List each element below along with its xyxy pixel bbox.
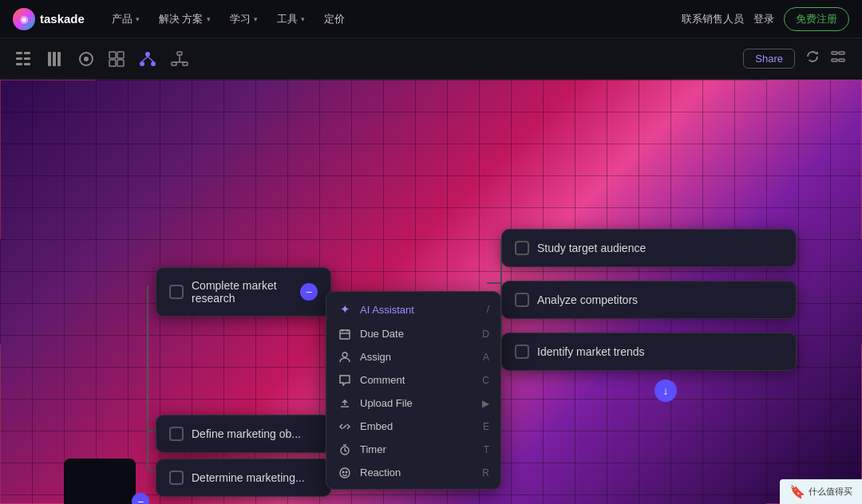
svg-rect-1 <box>16 57 22 60</box>
settings-icon[interactable] <box>830 49 846 69</box>
right-task-node-2[interactable]: Analyze competitors <box>501 281 797 319</box>
task-label: Complete market research <box>192 279 292 305</box>
logo[interactable]: ◉ taskade <box>13 8 85 30</box>
right-task-node-1[interactable]: Study target audience <box>501 229 797 267</box>
svg-rect-11 <box>109 52 116 58</box>
svg-point-47 <box>342 471 344 473</box>
upload-icon <box>338 398 352 409</box>
timer-icon <box>338 444 352 455</box>
nav-solutions[interactable]: 解决 方案 ▾ <box>151 9 219 30</box>
task-checkbox-1[interactable] <box>515 241 529 255</box>
svg-point-17 <box>151 61 156 66</box>
task-checkbox-3[interactable] <box>515 345 529 359</box>
chevron-down-icon: ▾ <box>254 15 258 23</box>
due-date-icon <box>338 329 352 340</box>
task-label-l1: Define marketing ob... <box>192 427 318 440</box>
nav-tools[interactable]: 工具 ▾ <box>269 9 313 30</box>
svg-line-18 <box>142 57 148 61</box>
svg-rect-28 <box>839 59 844 61</box>
svg-rect-0 <box>16 52 22 54</box>
watermark: 🔖 什么值得买 <box>780 479 862 504</box>
chevron-down-icon: ▾ <box>136 15 140 23</box>
context-menu: ✦ AI Assistant / Due Date D Assign A Com… <box>326 291 501 490</box>
task-checkbox-l2[interactable] <box>169 471 184 485</box>
main-task-node[interactable]: Complete market research − <box>156 267 331 317</box>
share-button[interactable]: Share <box>743 49 795 69</box>
network-view-icon[interactable] <box>139 51 156 67</box>
menu-label-assign: Assign <box>360 351 475 363</box>
menu-item-comment[interactable]: Comment C <box>326 368 500 392</box>
columns-view-icon[interactable] <box>48 52 64 66</box>
collapsed-node-block <box>64 459 136 504</box>
circle-view-icon[interactable] <box>78 51 94 67</box>
org-chart-view-icon[interactable] <box>171 51 188 67</box>
menu-shortcut-assign: A <box>483 352 489 363</box>
lower-task-node-2[interactable]: Determine marketing... <box>156 459 331 497</box>
svg-line-43 <box>343 425 346 428</box>
svg-rect-38 <box>340 330 350 339</box>
menu-item-assign[interactable]: Assign A <box>326 345 500 368</box>
collapse-button[interactable]: − <box>300 283 318 301</box>
svg-point-10 <box>84 57 89 61</box>
menu-shortcut-ai: / <box>487 304 489 315</box>
svg-rect-26 <box>839 52 844 54</box>
toolbar-view-icons <box>16 51 188 67</box>
nav-pricing[interactable]: 定价 <box>316 9 353 30</box>
menu-label-timer: Timer <box>360 443 476 455</box>
watermark-text: 什么值得买 <box>809 486 852 498</box>
svg-line-19 <box>148 57 153 61</box>
svg-rect-6 <box>48 52 51 66</box>
svg-rect-20 <box>177 52 182 55</box>
expand-down-button[interactable]: ↓ <box>654 380 677 402</box>
task-label-1: Study target audience <box>537 242 783 254</box>
refresh-icon[interactable] <box>805 49 820 69</box>
canvas-area: Complete market research − ✦ AI Assistan… <box>0 80 862 504</box>
signup-button[interactable]: 免费注册 <box>784 7 849 31</box>
comment-icon <box>338 375 352 386</box>
contact-sales-link[interactable]: 联系销售人员 <box>682 12 744 26</box>
menu-shortcut-embed: E <box>483 421 489 432</box>
task-label-3: Identify market trends <box>537 345 783 358</box>
ai-assistant-icon: ✦ <box>338 302 352 317</box>
logo-text: taskade <box>40 12 85 26</box>
task-checkbox[interactable] <box>169 285 184 299</box>
toolbar: Share <box>0 38 862 80</box>
assign-icon <box>338 352 352 363</box>
collapse-left-button[interactable]: − <box>132 493 149 504</box>
svg-rect-7 <box>53 52 56 66</box>
task-label-2: Analyze competitors <box>537 293 783 306</box>
menu-item-timer[interactable]: Timer T <box>326 438 500 461</box>
grid-view-icon[interactable] <box>109 51 125 67</box>
toolbar-right-actions: Share <box>743 49 846 69</box>
lower-task-node-1[interactable]: Define marketing ob... <box>156 415 331 453</box>
menu-shortcut-reaction: R <box>482 467 489 478</box>
task-checkbox-l1[interactable] <box>169 427 184 441</box>
svg-point-46 <box>340 468 350 478</box>
svg-rect-27 <box>832 59 837 61</box>
menu-item-upload[interactable]: Upload File ▶ <box>326 392 500 415</box>
menu-item-embed[interactable]: Embed E <box>326 415 500 438</box>
right-task-node-3[interactable]: Identify market trends <box>501 333 797 371</box>
list-view-icon[interactable] <box>16 52 34 66</box>
task-checkbox-2[interactable] <box>515 293 529 307</box>
svg-rect-5 <box>24 63 30 65</box>
logo-icon: ◉ <box>13 8 35 30</box>
chevron-down-icon: ▾ <box>207 15 211 23</box>
menu-item-reaction[interactable]: Reaction R <box>326 461 500 484</box>
nav-learn[interactable]: 学习 ▾ <box>222 9 266 30</box>
svg-point-15 <box>145 52 150 57</box>
menu-item-ai-assistant[interactable]: ✦ AI Assistant / <box>326 297 500 322</box>
menu-item-due-date[interactable]: Due Date D <box>326 322 500 345</box>
circuit-decoration-tl <box>0 80 96 239</box>
svg-rect-3 <box>24 52 30 54</box>
menu-shortcut-due-date: D <box>482 329 489 340</box>
nav-product[interactable]: 产品 ▾ <box>104 9 148 30</box>
svg-point-16 <box>140 61 144 66</box>
svg-rect-13 <box>109 60 116 66</box>
menu-label-comment: Comment <box>360 374 474 386</box>
menu-label-ai: AI Assistant <box>360 304 479 316</box>
top-navigation: ◉ taskade 产品 ▾ 解决 方案 ▾ 学习 ▾ 工具 ▾ 定价 联系销售… <box>0 0 862 38</box>
watermark-logo: 🔖 <box>789 484 805 499</box>
submenu-arrow-icon: ▶ <box>482 398 489 409</box>
login-link[interactable]: 登录 <box>753 12 774 26</box>
